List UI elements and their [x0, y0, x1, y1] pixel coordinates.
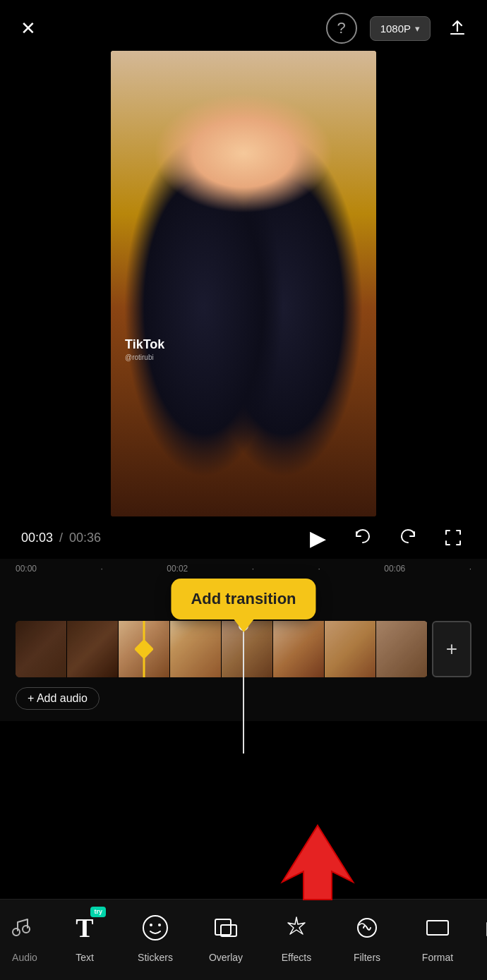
play-icon: ▶	[310, 526, 326, 550]
resolution-button[interactable]: 1080P ▾	[370, 16, 431, 41]
controls-bar: 00:03 / 00:36 ▶	[0, 516, 487, 559]
red-arrow	[275, 818, 360, 903]
chevron-down-icon: ▾	[415, 23, 420, 34]
ruler-marks: 00:00 · 00:02 · · 00:06 ·	[16, 564, 471, 574]
svg-point-2	[23, 926, 30, 933]
red-arrow-wrap	[275, 818, 360, 906]
svg-point-5	[158, 924, 161, 926]
audio-icon	[12, 914, 37, 943]
transition-tooltip[interactable]: Add transition	[171, 579, 315, 619]
filters-icon	[352, 913, 382, 943]
close-icon: ✕	[20, 18, 36, 40]
ruler-mark-5: 00:06	[384, 564, 405, 574]
transition-diamond[interactable]	[134, 639, 154, 659]
toolbar-label-effects: Effects	[282, 952, 312, 963]
text-icon: T	[76, 914, 93, 941]
toolbar-item-audio[interactable]: Audio	[0, 909, 49, 963]
add-audio-label: + Add audio	[28, 692, 88, 705]
toolbar-icon-wrap-stickers	[137, 909, 174, 946]
timeline-ruler: 00:00 · 00:02 · · 00:06 ·	[0, 559, 487, 579]
add-clip-icon: +	[446, 638, 457, 660]
ruler-mark-3: ·	[252, 564, 254, 574]
ruler-mark-6: ·	[469, 564, 471, 574]
play-button[interactable]: ▶	[305, 525, 330, 550]
svg-point-4	[150, 924, 152, 926]
top-bar-right: ? 1080P ▾	[326, 13, 471, 44]
toolbar-icon-wrap-audio	[6, 909, 43, 946]
ruler-mark-4: ·	[318, 564, 320, 574]
time-current: 00:03	[21, 531, 53, 545]
svg-point-3	[143, 916, 167, 940]
toolbar-label-audio: Audio	[12, 952, 37, 963]
top-bar-left: ✕	[16, 16, 41, 41]
fullscreen-button[interactable]	[440, 525, 466, 550]
toolbar-item-camera[interactable]: Cam	[473, 909, 487, 963]
ruler-mark-0: 00:00	[16, 564, 37, 574]
toolbar-icon-wrap-effects	[278, 909, 315, 946]
top-bar: ✕ ? 1080P ▾	[0, 0, 487, 51]
redo-icon	[397, 527, 419, 548]
format-icon	[423, 914, 452, 942]
toolbar-item-overlay[interactable]: Overlay	[191, 909, 261, 963]
export-button[interactable]	[443, 14, 471, 42]
strip-frame-3	[119, 621, 170, 677]
playback-controls: ▶	[305, 525, 466, 550]
video-preview-inner: TikTok @rotirubi	[111, 51, 376, 516]
toolbar-icon-wrap-filters	[349, 909, 385, 946]
svg-point-1	[13, 928, 20, 936]
svg-rect-6	[215, 919, 231, 935]
export-icon	[447, 18, 467, 38]
time-total: 00:36	[69, 531, 101, 545]
camera-icon	[483, 913, 487, 943]
toolbar-icon-wrap-format	[419, 909, 456, 946]
undo-button[interactable]	[350, 525, 375, 550]
tooltip-arrow	[234, 619, 253, 632]
undo-icon	[352, 527, 373, 548]
try-badge-text: try	[90, 907, 106, 917]
tiktok-watermark: TikTok @rotirubi	[125, 337, 164, 361]
effects-icon	[282, 913, 311, 943]
time-display: 00:03 / 00:36	[21, 531, 101, 545]
strip-frame-2	[67, 621, 119, 677]
toolbar-item-format[interactable]: Format	[402, 909, 473, 963]
add-audio-button[interactable]: + Add audio	[16, 687, 100, 710]
svg-marker-0	[282, 825, 353, 900]
toolbar-icon-wrap-text: try T	[66, 909, 103, 946]
fullscreen-icon	[443, 527, 464, 548]
toolbar-label-stickers: Stickers	[138, 952, 173, 963]
toolbar-icon-wrap-overlay	[208, 909, 244, 946]
toolbar-label-text: Text	[76, 952, 94, 963]
toolbar-item-effects[interactable]: Effects	[261, 909, 332, 963]
person-background	[111, 51, 376, 516]
help-icon: ?	[337, 19, 346, 37]
ruler-mark-1: ·	[100, 564, 102, 574]
bottom-toolbar: Audio try T Text Stickers Overlay	[0, 899, 487, 980]
toolbar-item-filters[interactable]: Filters	[332, 909, 402, 963]
toolbar-icon-wrap-camera	[479, 909, 487, 946]
tiktok-username: @rotirubi	[125, 353, 164, 361]
video-preview: TikTok @rotirubi	[111, 51, 376, 516]
stickers-icon	[140, 913, 170, 943]
strip-frame-7	[325, 621, 376, 677]
svg-rect-9	[427, 921, 448, 935]
redo-button[interactable]	[395, 525, 421, 550]
resolution-label: 1080P	[380, 23, 411, 35]
toolbar-label-format: Format	[422, 952, 453, 963]
tiktok-logo: TikTok	[125, 337, 164, 352]
add-clip-button[interactable]: +	[432, 621, 471, 677]
strip-frame-1	[16, 621, 67, 677]
toolbar-item-text[interactable]: try T Text	[49, 909, 120, 963]
toolbar-item-stickers[interactable]: Stickers	[120, 909, 191, 963]
close-button[interactable]: ✕	[16, 16, 41, 41]
time-separator: /	[59, 531, 66, 545]
ruler-mark-2: 00:02	[167, 564, 188, 574]
toolbar-label-filters: Filters	[354, 952, 380, 963]
toolbar-label-overlay: Overlay	[209, 952, 243, 963]
strip-frame-8	[376, 621, 428, 677]
overlay-icon	[212, 914, 240, 942]
timeline-container: 00:00 · 00:02 · · 00:06 · Add transition	[0, 559, 487, 721]
help-button[interactable]: ?	[326, 13, 357, 44]
transition-tooltip-wrap: Add transition	[171, 579, 315, 632]
